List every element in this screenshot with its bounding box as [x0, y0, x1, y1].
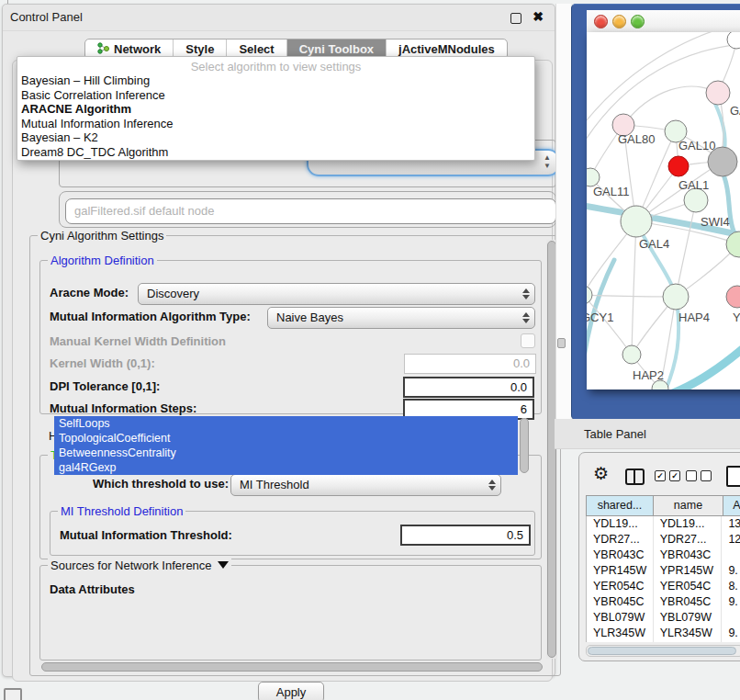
algorithm-option-mutual-information-inference[interactable]: Mutual Information Inference	[20, 117, 532, 131]
collapse-down-icon	[218, 561, 229, 569]
mi-threshold-definition-title: MI Threshold Definition	[58, 504, 185, 518]
network-node-hap4[interactable]	[663, 284, 689, 310]
attribute-item-betweennesscentrality[interactable]: BetweennessCentrality	[54, 446, 518, 460]
checked-box-icon: ✓	[655, 470, 666, 481]
kernel-width-field[interactable]: 0.0	[404, 354, 536, 374]
table-row[interactable]: YBR045CYBR045C9.	[587, 594, 740, 610]
network-node-gal11[interactable]	[587, 168, 600, 186]
attribute-list-scrollbar[interactable]	[520, 418, 529, 473]
table-row[interactable]: YDL19...YDL19...13	[587, 516, 740, 532]
mi-threshold-field[interactable]: 0.5	[400, 525, 531, 546]
deselect-all-checks-icon[interactable]	[686, 470, 712, 481]
algorithm-dropdown-popup: Select algorithm to view settings Bayesi…	[17, 56, 535, 161]
table-row[interactable]: YER054CYER054C8.	[587, 579, 740, 594]
aracne-mode-label: Aracne Mode:	[50, 286, 129, 299]
table-row[interactable]: YPR145WYPR145W9.	[587, 563, 740, 579]
float-panel-icon[interactable]	[510, 13, 521, 24]
scrollbar-thumb[interactable]	[520, 418, 529, 473]
table-row[interactable]: YBL079WYBL079W	[587, 610, 740, 626]
which-threshold-label: Which threshold to use:	[93, 477, 229, 491]
aracne-mode-value: Discovery	[147, 287, 199, 300]
close-icon[interactable]: ✖	[533, 9, 544, 24]
network-window-titlebar	[587, 10, 740, 33]
apply-button[interactable]: Apply	[258, 682, 324, 700]
dpi-tolerance-field[interactable]: 0.0	[403, 377, 534, 398]
network-icon	[97, 42, 109, 57]
table-cell: YLR345W	[587, 626, 654, 641]
attribute-item-gal4rgexp[interactable]: gal4RGexp	[54, 460, 518, 475]
network-canvas[interactable]: GALGAL80GAL10GAL1GAL11SWI4GAL4GCY1HAP4YH…	[587, 32, 740, 390]
node-label-gal11: GAL11	[593, 185, 630, 198]
tab-label: jActiveMNodules	[398, 42, 495, 56]
column-header-name[interactable]: name	[654, 495, 723, 516]
table-body: YDL19...YDL19...13YDR27...YDR27...12YBR0…	[586, 516, 740, 642]
table-cell: YER054C	[654, 579, 723, 594]
table-cell: YIL052C	[587, 641, 654, 642]
aracne-mode-select[interactable]: Discovery	[138, 283, 535, 305]
table-cell: 9.	[722, 626, 740, 641]
document-icon[interactable]	[726, 466, 740, 487]
algorithm-option-basic-correlation-inference[interactable]: Basic Correlation Inference	[20, 88, 532, 103]
tab-label: Cyni Toolbox	[299, 42, 374, 56]
network-node-gal4[interactable]	[621, 206, 652, 237]
network-node-gal[interactable]	[706, 81, 730, 105]
splitter-handle[interactable]	[557, 338, 566, 348]
algorithm-option-dream8-dc-tdc-algorithm[interactable]: Dream8 DC_TDC Algorithm	[20, 145, 532, 160]
node-label-hap2: HAP2	[633, 368, 664, 382]
node-label-hap4: HAP4	[678, 310, 710, 324]
network-data-field[interactable]: galFiltered.sif default node	[65, 198, 556, 224]
table-cell: YBL079W	[654, 610, 723, 626]
table-cell: YDR27...	[587, 532, 654, 548]
gear-icon[interactable]: ⚙	[593, 465, 609, 482]
network-node-gal1[interactable]	[668, 156, 689, 176]
cyni-algorithm-settings-group: Cyni Algorithm Settings Algorithm Defini…	[29, 235, 561, 676]
algorithm-option-bayesian-k2[interactable]: Bayesian – K2	[20, 130, 532, 145]
settings-group-title: Cyni Algorithm Settings	[38, 229, 166, 243]
mi-algorithm-type-label: Mutual Information Algorithm Type:	[50, 310, 251, 323]
tab-label: Network	[114, 42, 161, 56]
node-label-gal1: GAL1	[678, 178, 709, 192]
manual-kernel-label: Manual Kernel Width Definition	[50, 334, 226, 348]
mi-algorithm-type-value: Naive Bayes	[276, 310, 343, 324]
table-row[interactable]: YDR27...YDR27...12	[587, 532, 740, 548]
scrollbar-thumb[interactable]	[588, 647, 736, 655]
column-layout-icon[interactable]	[625, 469, 645, 485]
column-header-a[interactable]: A	[723, 495, 740, 516]
attribute-item-selfloops[interactable]: SelfLoops	[54, 416, 518, 431]
node-label-gal: GAL	[730, 104, 740, 118]
kernel-width-label: Kernel Width (0,1):	[50, 356, 155, 370]
network-node-hap2[interactable]	[622, 345, 641, 364]
screen: Control Panel ✖ NetworkStyleSelectCyni T…	[0, 0, 740, 700]
close-traffic-light[interactable]	[594, 15, 608, 28]
algorithm-option-bayesian-hill-climbing[interactable]: Bayesian – Hill Climbing	[20, 73, 532, 88]
node-label-y: Y	[733, 310, 740, 324]
data-attributes-list[interactable]: SelfLoopsTopologicalCoefficientBetweenne…	[54, 416, 518, 475]
minimize-traffic-light[interactable]	[612, 15, 626, 28]
network-node-y[interactable]	[726, 286, 740, 308]
manual-kernel-checkbox[interactable]	[521, 333, 535, 348]
table-row[interactable]: YBR043CYBR043C	[587, 548, 740, 563]
network-node[interactable]	[727, 32, 740, 49]
table-cell: YPR145W	[587, 563, 654, 579]
column-header-shared[interactable]: shared...	[586, 495, 654, 516]
scrollbar-thumb[interactable]	[41, 662, 543, 672]
select-all-checks-icon[interactable]: ✓ ✓	[655, 470, 680, 481]
table-row[interactable]: YIL052CYIL052C0.	[587, 641, 740, 642]
collapsed-panel-icon[interactable]	[4, 688, 22, 700]
attribute-item-topologicalcoefficient[interactable]: TopologicalCoefficient	[54, 431, 518, 446]
node-label-gcy1: GCY1	[587, 310, 613, 324]
table-cell: YBR043C	[654, 548, 723, 563]
algorithm-option-aracne-algorithm[interactable]: ARACNE Algorithm	[20, 102, 532, 117]
sources-title[interactable]: Sources for Network Inference	[48, 559, 231, 572]
network-node-gcy1[interactable]	[587, 286, 592, 304]
sources-title-text: Sources for Network Inference	[50, 559, 212, 572]
table-row[interactable]: YLR345WYLR345W9.	[587, 626, 740, 641]
settings-horizontal-scrollbar[interactable]	[41, 662, 543, 672]
mi-algorithm-type-select[interactable]: Naive Bayes	[267, 307, 535, 329]
which-threshold-select[interactable]: MI Threshold	[230, 474, 501, 496]
unchecked-box-icon	[701, 470, 712, 481]
zoom-traffic-light[interactable]	[631, 15, 645, 28]
table-cell: YLR345W	[654, 626, 723, 641]
table-horizontal-scrollbar[interactable]	[586, 645, 740, 657]
data-attributes-label: Data Attributes	[50, 582, 135, 596]
